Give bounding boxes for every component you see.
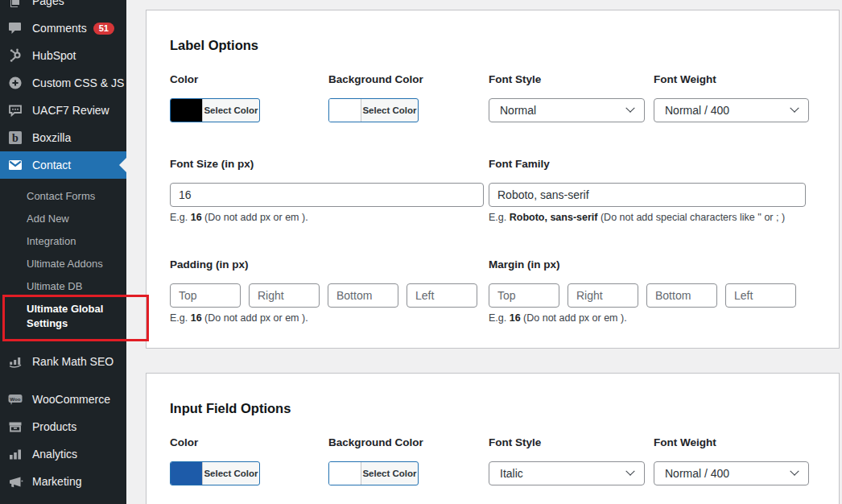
font-size-input[interactable]	[170, 183, 484, 207]
submenu-item-ultimate-addons[interactable]: Ultimate Addons	[0, 253, 126, 275]
margin-bottom-input[interactable]	[646, 283, 717, 308]
sidebar-item-label: HubSpot	[32, 49, 76, 62]
sidebar-item-woocommerce[interactable]: Woo WooCommerce	[0, 386, 126, 413]
sidebar-item-contact[interactable]: Contact	[0, 151, 126, 179]
padding-right-input[interactable]	[249, 283, 320, 308]
submenu-item-add-new[interactable]: Add New	[0, 208, 126, 230]
sidebar-item-custom-css-js[interactable]: Custom CSS & JS	[0, 69, 126, 97]
background-color-picker-button[interactable]: Select Color	[328, 461, 419, 485]
field-label-font-size: Font Size (in px) E.g. 16 (Do not add px…	[170, 158, 484, 223]
field-input-background-color: Background Color Select Color	[328, 436, 480, 485]
sidebar-item-boxzilla[interactable]: b Boxzilla	[0, 124, 126, 151]
field-label: Background Color	[328, 436, 480, 448]
font-weight-select[interactable]: Normal / 400	[654, 98, 809, 122]
sidebar-item-uacf7-review[interactable]: UACF7 Review	[0, 97, 126, 124]
padding-left-input[interactable]	[407, 283, 477, 308]
help-text: E.g. Roboto, sans-serif (Do not add spec…	[489, 212, 806, 223]
products-box-icon	[7, 419, 23, 435]
menu-separator	[0, 375, 126, 386]
rank-math-icon	[7, 353, 23, 370]
chevron-down-icon	[625, 467, 634, 476]
section-title: Label Options	[170, 38, 810, 53]
submenu-item-ultimate-db[interactable]: Ultimate DB	[0, 275, 126, 298]
envelope-icon	[7, 157, 23, 173]
field-label-font-weight: Font Weight Normal / 400	[654, 73, 809, 122]
field-input-font-style: Font Style Italic	[489, 436, 645, 485]
select-color-label: Select Color	[203, 99, 259, 122]
select-color-label: Select Color	[361, 462, 418, 485]
select-value: Normal / 400	[665, 467, 729, 480]
chevron-down-icon	[790, 467, 799, 476]
section-title: Input Field Options	[170, 401, 810, 416]
sidebar-item-label: Boxzilla	[32, 131, 71, 144]
padding-bottom-input[interactable]	[328, 283, 398, 308]
font-style-select[interactable]: Italic	[489, 461, 645, 485]
input-field-options-card: Input Field Options Color Select Color B…	[146, 373, 840, 504]
admin-sidebar: Pages Comments 51 HubSpot Custom CSS &	[0, 0, 126, 504]
field-label: Padding (in px)	[170, 258, 484, 271]
sidebar-item-analytics[interactable]: Analytics	[0, 440, 126, 468]
svg-text:b: b	[12, 132, 19, 144]
active-menu-arrow	[119, 158, 126, 172]
sidebar-item-pages[interactable]: Pages	[0, 0, 126, 14]
field-label: Color	[170, 73, 320, 85]
font-weight-select[interactable]: Normal / 400	[654, 461, 809, 485]
chevron-down-icon	[790, 104, 799, 113]
sidebar-item-label: Products	[32, 420, 76, 433]
contact-submenu: Contact Forms Add New Integration Ultima…	[0, 179, 126, 341]
review-bubble-icon	[7, 102, 23, 118]
field-input-color: Color Select Color	[170, 436, 320, 485]
margin-right-input[interactable]	[568, 283, 638, 308]
color-swatch	[171, 462, 203, 485]
color-swatch	[329, 462, 361, 485]
margin-top-input[interactable]	[489, 283, 559, 308]
comments-count-badge: 51	[93, 23, 114, 35]
plus-circle-icon	[7, 75, 23, 91]
sidebar-item-label: Custom CSS & JS	[32, 76, 124, 89]
font-family-input[interactable]	[489, 183, 806, 207]
sidebar-item-label: Comments	[32, 22, 87, 35]
wordpress-admin-page: Pages Comments 51 HubSpot Custom CSS &	[0, 0, 842, 504]
sidebar-item-products[interactable]: Products	[0, 413, 126, 440]
help-text: E.g. 16 (Do not add px or em ).	[170, 312, 484, 324]
margin-left-input[interactable]	[725, 283, 796, 308]
field-label-color: Color Select Color	[170, 73, 320, 122]
select-color-label: Select Color	[203, 462, 259, 485]
color-picker-button[interactable]: Select Color	[170, 98, 260, 122]
sidebar-item-comments[interactable]: Comments 51	[0, 14, 126, 42]
sidebar-item-marketing[interactable]: Marketing	[0, 468, 126, 495]
field-label: Font Style	[489, 73, 645, 85]
field-label-font-style: Font Style Normal	[489, 73, 645, 122]
chevron-down-icon	[625, 104, 634, 113]
field-input-font-weight: Font Weight Normal / 400	[654, 436, 809, 485]
field-label: Font Weight	[654, 436, 809, 448]
background-color-picker-button[interactable]: Select Color	[328, 98, 419, 122]
field-label: Font Style	[489, 436, 645, 448]
color-picker-button[interactable]: Select Color	[170, 461, 260, 485]
help-text: E.g. 16 (Do not add px or em ).	[489, 312, 806, 324]
submenu-item-contact-forms[interactable]: Contact Forms	[0, 185, 126, 208]
sidebar-item-label: Rank Math SEO	[32, 355, 114, 368]
comments-icon	[7, 20, 23, 36]
sidebar-item-label: UACF7 Review	[32, 104, 109, 117]
submenu-item-integration[interactable]: Integration	[0, 230, 126, 253]
sidebar-item-rank-math-seo[interactable]: Rank Math SEO	[0, 348, 126, 375]
pages-icon	[7, 0, 23, 9]
sidebar-item-label: Marketing	[32, 475, 81, 488]
padding-top-input[interactable]	[170, 283, 241, 308]
sidebar-item-hubspot[interactable]: HubSpot	[0, 42, 126, 69]
color-swatch	[329, 99, 361, 122]
svg-text:Woo: Woo	[10, 396, 21, 402]
field-label: Font Family	[489, 158, 806, 170]
field-label: Background Color	[328, 73, 480, 85]
select-color-label: Select Color	[361, 99, 418, 122]
boxzilla-icon: b	[7, 130, 23, 146]
field-label: Margin (in px)	[489, 258, 806, 271]
sidebar-item-label: Analytics	[32, 448, 77, 461]
settings-content: Label Options Color Select Color Backgro…	[126, 0, 842, 504]
help-text: E.g. 16 (Do not add px or em ).	[170, 212, 484, 223]
submenu-item-ultimate-global-settings[interactable]: Ultimate Global Settings	[0, 298, 126, 335]
field-label-padding: Padding (in px) E.g. 16 (Do not add px o…	[170, 258, 484, 324]
font-style-select[interactable]: Normal	[489, 98, 645, 122]
field-label-margin: Margin (in px) E.g. 16 (Do not add px or…	[489, 258, 806, 324]
